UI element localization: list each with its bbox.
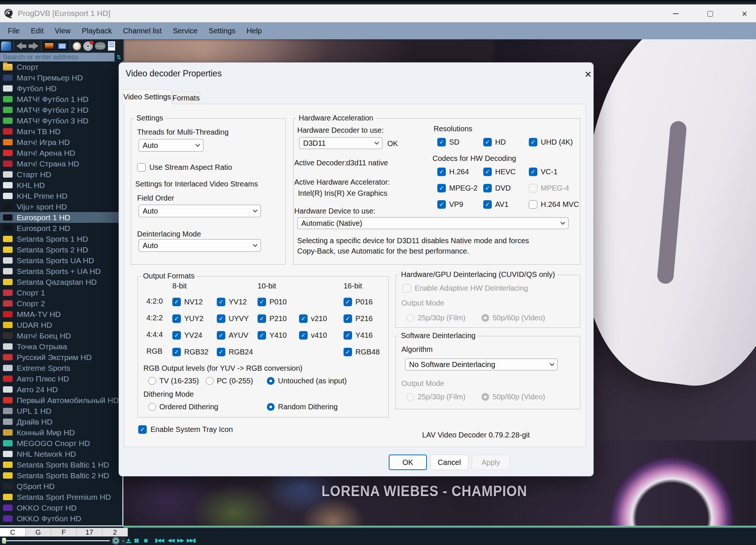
algorithm-dropdown[interactable]: No Software Deinterlacing [405,359,558,370]
search-go-button[interactable]: ⇅ [115,53,123,62]
channel-row[interactable]: Русский Экстрим HD [0,352,122,363]
skip-end-button[interactable]: ▶▶▮ [187,537,195,543]
audio-dropdown-caret[interactable]: ▾ [121,538,126,544]
timer-button[interactable] [73,42,81,50]
channel-row[interactable]: Eurosport 1 HD [0,212,122,223]
channel-row[interactable]: Старт HD [0,169,122,180]
checked-checkbox[interactable]: ✓ [437,184,446,192]
minimize-button[interactable] [667,7,684,20]
channel-row[interactable]: Конный Мир HD [0,427,122,438]
unselected-radio[interactable] [148,403,156,411]
cancel-button[interactable]: Cancel [430,455,468,470]
unchecked-checkbox[interactable] [529,200,537,209]
search-input[interactable] [0,53,115,62]
tab-c[interactable]: C [0,528,26,536]
menu-playback[interactable]: Playback [76,22,117,39]
channel-row[interactable]: Точка Отрыва [0,341,122,352]
teletext-button[interactable] [108,41,115,51]
tab-g[interactable]: G [26,528,51,536]
channel-row[interactable]: UPL 1 HD [0,406,122,416]
window-mode-button[interactable] [57,42,67,50]
channel-row[interactable]: Футбол HD [0,83,122,94]
checked-checkbox[interactable]: ✓ [258,298,266,306]
fast-forward-button[interactable]: ▶▶ [177,537,184,543]
back-button[interactable] [16,42,26,50]
unselected-radio[interactable] [206,377,213,385]
menu-view[interactable]: View [49,22,76,39]
selected-radio[interactable] [267,403,275,411]
menu-service[interactable]: Service [167,22,203,39]
maximize-button[interactable] [702,7,719,20]
checked-checkbox[interactable]: ✓ [344,331,352,340]
checked-checkbox[interactable]: ✓ [299,331,308,340]
seek-slider-thumb[interactable] [2,538,6,544]
checked-checkbox[interactable]: ✓ [437,138,446,146]
forward-button[interactable] [29,42,39,50]
close-button[interactable]: ✕ [736,7,753,20]
unchecked-checkbox[interactable] [137,163,146,172]
checked-checkbox[interactable]: ✓ [529,138,537,146]
dialog-close-button[interactable]: ✕ [581,67,596,82]
deint-mode-dropdown[interactable]: Auto [139,239,261,252]
hw-decoder-dropdown[interactable]: D3D11 [299,137,382,149]
channel-row[interactable]: Setanta Sports 2 HD [0,244,122,255]
selected-radio[interactable] [267,377,275,385]
channel-row[interactable]: Матч! Боец HD [0,330,122,341]
fullscreen-button[interactable] [44,42,54,50]
tab-formats[interactable]: Formats [172,92,200,104]
channel-row[interactable]: Setanta Sports Baltic 2 HD [0,470,122,481]
checked-checkbox[interactable]: ✓ [217,331,225,340]
channel-row[interactable]: MMA-TV HD [0,309,122,320]
channel-row[interactable]: Viju+ sport HD [0,201,122,212]
open-folder-button[interactable] [1,42,11,51]
checked-checkbox[interactable]: ✓ [299,314,308,323]
checked-checkbox[interactable]: ✓ [483,184,492,192]
channel-row[interactable]: NHL Network HD [0,449,122,459]
channel-row[interactable]: Матч! Страна HD [0,158,122,169]
channel-row[interactable]: Матч ТВ HD [0,126,122,137]
subtitles-button[interactable]: SUBS [95,42,106,50]
channel-row[interactable]: МАТЧ! Футбол 3 HD [0,115,122,126]
channel-row[interactable]: Матч! Арена HD [0,148,122,158]
pause-button[interactable]: ▮▮ [134,537,138,543]
channel-row[interactable]: Матч! Игра HD [0,137,122,148]
menu-edit[interactable]: Edit [25,22,49,39]
tab-f[interactable]: F [51,528,77,536]
channel-row[interactable]: Спорт 1 [0,287,122,298]
menu-settings[interactable]: Settings [203,22,241,39]
checked-checkbox[interactable]: ✓ [172,348,181,356]
checked-checkbox[interactable]: ✓ [138,425,147,434]
menu-file[interactable]: File [2,22,25,39]
channel-row[interactable]: Драйв HD [0,416,122,427]
channel-row[interactable]: Setanta Sports + UA HD [0,266,122,277]
checked-checkbox[interactable]: ✓ [258,314,266,323]
channel-row[interactable]: Setanta Qazaqstan HD [0,277,122,287]
channel-row[interactable]: OKKO Футбол HD [0,513,122,524]
channel-row[interactable]: МАТЧ! Футбол 2 HD [0,105,122,115]
checked-checkbox[interactable]: ✓ [172,331,181,340]
checked-checkbox[interactable]: ✓ [483,138,492,146]
channel-row[interactable]: UDAR HD [0,320,122,330]
threads-dropdown[interactable]: Auto [139,139,203,152]
channel-row[interactable]: QSport HD [0,481,122,492]
rewind-button[interactable]: ◀◀ [168,537,174,543]
checked-checkbox[interactable]: ✓ [437,168,446,176]
channel-row[interactable]: MEGOGO Спорт HD [0,438,122,449]
channel-row[interactable]: Первый Автомобильный HD [0,395,122,406]
skip-back-button[interactable]: ▮◀◀ [155,537,163,543]
menu-help[interactable]: Help [241,22,267,39]
checked-checkbox[interactable]: ✓ [217,348,225,356]
channel-row[interactable]: Eurosport 2 HD [0,223,122,234]
menu-channel-list[interactable]: Channel list [117,22,168,39]
channel-row[interactable]: KHL Prime HD [0,191,122,201]
checked-checkbox[interactable]: ✓ [258,331,266,340]
channel-row[interactable]: Setanta Sports Baltic 1 HD [0,459,122,470]
record-disc-button[interactable] [83,42,93,51]
channel-row[interactable]: Setanta Sports 1 HD [0,234,122,244]
channel-row[interactable]: KHL HD [0,180,122,191]
channel-row[interactable]: Extreme Sports [0,363,122,373]
channel-row[interactable]: Авто Плюс HD [0,373,122,384]
aspect-ratio-option[interactable]: Use Stream Aspect Ratio [137,163,232,172]
checked-checkbox[interactable]: ✓ [172,314,181,323]
tray-icon-option[interactable]: ✓ Enable System Tray Icon [138,425,233,434]
